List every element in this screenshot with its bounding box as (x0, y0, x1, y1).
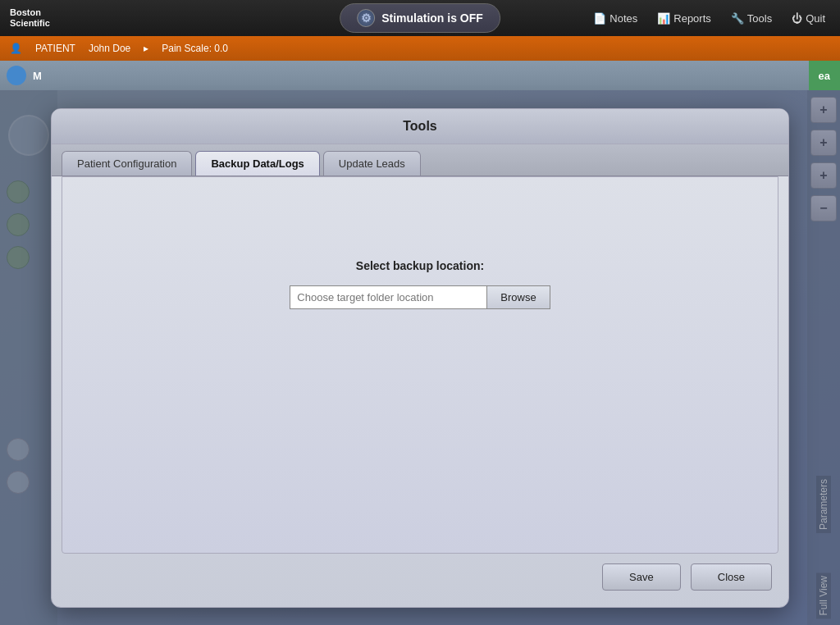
quit-button[interactable]: ⏻ Quit (783, 9, 833, 28)
tools-modal: Tools Patient Configuration Backup Data/… (51, 108, 789, 608)
folder-path-input[interactable] (290, 285, 486, 309)
modal-overlay: Tools Patient Configuration Backup Data/… (0, 90, 840, 625)
nav-right-group: 📄 Notes 📊 Reports 🔧 Tools ⏻ Quit (585, 9, 840, 28)
area-right-label: ea (809, 61, 840, 90)
tab-backup-data[interactable]: Backup Data/Logs (195, 151, 319, 176)
tab-patient-configuration[interactable]: Patient Configuration (62, 151, 192, 176)
notes-button[interactable]: 📄 Notes (585, 9, 646, 28)
tools-button[interactable]: 🔧 Tools (723, 9, 780, 28)
app-logo: Boston Scientific (0, 4, 60, 32)
top-navigation-bar: Boston Scientific ⚙ Stimulation is OFF 📄… (0, 0, 840, 36)
toggle-switch[interactable] (7, 66, 26, 85)
tools-icon: 🔧 (731, 12, 744, 25)
backup-location-label: Select backup location: (356, 259, 484, 272)
close-button[interactable]: Close (691, 563, 772, 591)
stimulation-icon: ⚙ (357, 9, 375, 27)
toolbar-m-label: M (33, 70, 42, 82)
modal-title: Tools (52, 109, 788, 144)
save-button[interactable]: Save (602, 563, 681, 591)
stimulation-label: Stimulation is OFF (381, 11, 483, 25)
patient-label: PATIENT (35, 43, 75, 54)
power-icon: ⏻ (792, 12, 802, 25)
tab-content-area: Select backup location: Browse (62, 176, 778, 554)
reports-icon: 📊 (657, 12, 670, 25)
tab-update-leads[interactable]: Update Leads (323, 151, 421, 176)
arrow-icon: ▸ (144, 43, 148, 54)
patient-name: John Doe (89, 43, 130, 54)
patient-icon: 👤 (10, 43, 22, 54)
pain-label: Pain Scale: 0.0 (162, 43, 228, 54)
browse-button[interactable]: Browse (486, 285, 550, 309)
stimulation-status: ⚙ Stimulation is OFF (340, 3, 500, 33)
modal-footer: Save Close (52, 554, 788, 591)
modal-tabs: Patient Configuration Backup Data/Logs U… (52, 144, 788, 176)
reports-button[interactable]: 📊 Reports (649, 9, 719, 28)
backup-section: Select backup location: Browse (290, 259, 550, 309)
second-toolbar: M ea (0, 61, 840, 90)
notes-icon: 📄 (593, 12, 606, 25)
patient-bar: 👤 PATIENT John Doe ▸ Pain Scale: 0.0 (0, 36, 840, 61)
main-area: Tools Patient Configuration Backup Data/… (0, 90, 840, 625)
backup-input-row: Browse (290, 285, 550, 309)
